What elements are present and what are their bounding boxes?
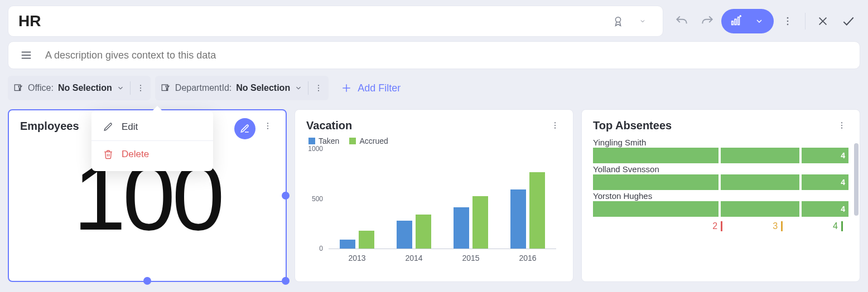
svg-point-0 [615,17,620,22]
legend-taken: Taken [308,137,339,145]
legend-value: 3 [773,221,778,231]
legend-3: 3 [773,221,783,231]
filter-value: No Selection [58,83,112,93]
trash-icon [103,149,114,159]
legend-value: 2 [712,221,717,231]
filter-chip-office[interactable]: Office: No Selection [8,76,151,100]
card-header: Vacation [306,119,562,132]
resize-handle-bottom[interactable] [143,277,151,285]
y-tick: 500 [312,195,323,203]
dashboard-row: Employees 100 [8,109,860,282]
bar-accrued[interactable] [472,196,488,249]
svg-point-28 [267,128,268,129]
absentee-segment [721,201,799,217]
svg-rect-3 [738,17,740,25]
divider [805,13,806,30]
svg-rect-14 [15,85,21,91]
filter-menu-button[interactable] [136,84,145,93]
card-header: Top Absentees [593,119,848,132]
context-menu-delete[interactable]: Delete [91,143,213,166]
chevron-down-icon[interactable] [633,11,653,31]
description-input[interactable] [45,50,852,61]
absentee-segment [721,174,799,190]
absentee-name: Yorston Hughes [593,191,848,201]
separator [308,81,308,95]
card-employees[interactable]: Employees 100 [8,109,287,282]
absentee-segment [593,148,718,163]
absentee-segment: 4 [802,201,848,217]
swatch-blue [308,138,315,144]
description-row [8,41,860,69]
swatch-green [349,138,356,144]
edit-card-button[interactable] [234,118,255,139]
bar-accrued[interactable] [416,215,431,249]
svg-point-23 [318,90,319,91]
filter-chip-departmentid[interactable]: DepartmentId: No Selection [155,76,329,100]
bar-taken[interactable] [510,189,526,249]
app-root: HR [0,0,868,288]
context-menu-edit[interactable]: Edit [91,116,213,138]
card-title: Vacation [306,119,352,132]
legend-accrued-label: Accrued [359,137,388,145]
confirm-button[interactable] [837,9,860,33]
legend-bar-green [841,221,843,231]
menu-icon[interactable] [16,45,36,65]
y-tick: 0 [319,245,323,252]
primary-action-dropdown[interactable] [748,10,770,32]
filter-label: DepartmentId: [175,83,232,93]
card-menu-button[interactable] [835,119,848,132]
scrollbar[interactable] [854,143,859,216]
legend-4: 4 [833,221,843,231]
title-card: HR [8,6,663,37]
filter-icon [13,83,23,93]
svg-point-6 [787,17,789,19]
bar-accrued[interactable] [359,231,374,249]
filter-icon [161,83,171,93]
context-menu-delete-label: Delete [122,149,149,160]
resize-handle-right[interactable] [282,192,290,199]
absentee-bar[interactable]: 4 [593,174,848,190]
filter-menu-button[interactable] [314,84,323,93]
svg-point-17 [140,87,141,89]
absentee-segment [593,201,718,217]
card-top-absentees[interactable]: Top Absentees Yingling Smith4Yolland Sve… [581,109,860,282]
chevron-down-icon [295,84,302,92]
top-actions [670,9,860,33]
undo-button[interactable] [670,9,693,33]
legend-accrued: Accrued [349,137,388,145]
filter-label: Office: [28,83,54,93]
add-chart-button[interactable] [725,10,747,32]
svg-point-22 [318,87,319,89]
absentee-value: 4 [841,151,845,160]
plus-icon [341,82,352,94]
bar-taken[interactable] [340,240,355,249]
filter-value: No Selection [236,83,290,93]
resize-handle-corner[interactable] [282,277,290,285]
card-vacation[interactable]: Vacation Taken Accrued 1000 500 [295,109,573,282]
redo-button[interactable] [696,9,719,33]
absentee-bar[interactable]: 4 [593,201,848,217]
svg-point-21 [318,85,319,86]
bar-taken[interactable] [397,221,412,249]
card-menu-button[interactable] [261,119,274,133]
y-tick: 1000 [308,145,323,153]
more-menu-button[interactable] [776,9,799,33]
legend-value: 4 [833,221,838,231]
context-menu: Edit Delete [91,110,213,171]
x-label: 2013 [348,254,365,262]
bars-zone [329,149,556,249]
card-title: Employees [20,120,79,133]
bar-accrued[interactable] [529,172,545,249]
bar-taken[interactable] [454,207,469,249]
svg-marker-20 [166,86,169,90]
page-title[interactable]: HR [18,12,41,30]
add-filter-label: Add Filter [358,82,401,94]
ribbon-icon[interactable] [608,11,628,31]
card-menu-button[interactable] [548,119,562,132]
context-menu-edit-label: Edit [122,121,138,133]
absentee-bar[interactable]: 4 [593,148,848,163]
legend-2: 2 [712,221,722,231]
add-filter-button[interactable]: Add Filter [333,76,408,100]
close-button[interactable] [811,9,835,33]
card-title: Top Absentees [593,119,672,132]
